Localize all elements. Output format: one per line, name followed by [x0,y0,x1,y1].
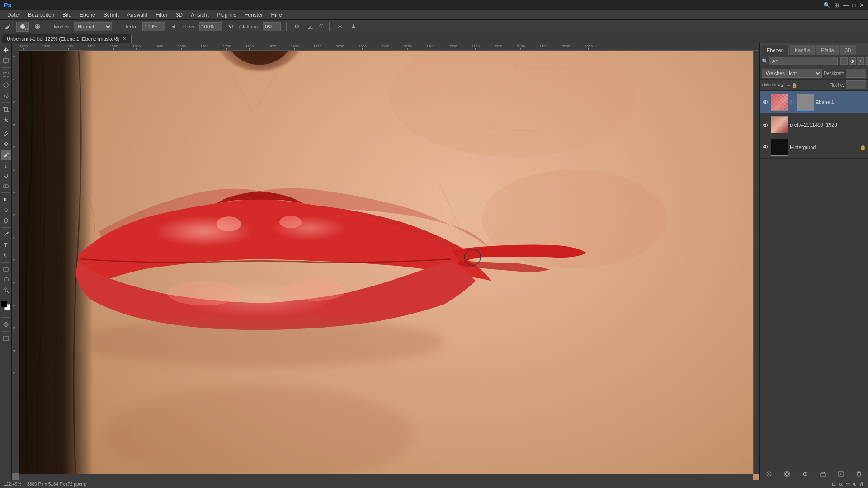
status-arrange-icon[interactable]: fx [839,481,843,487]
brush-size-preview[interactable]: 30 [16,22,29,32]
menu-fenster[interactable]: Fenster [241,11,267,19]
window-controls[interactable]: 🔍 ⊞ — □ ✕ [823,2,864,9]
screen-mode-btn[interactable] [1,333,11,343]
canvas-document[interactable] [19,51,760,480]
menu-datei[interactable]: Datei [4,11,24,19]
canvas-area[interactable]: 1300 1350 1400 1450 1500 1550 1600 1650 … [12,43,760,480]
smoothing-input[interactable] [263,22,281,31]
brush-tool[interactable] [1,150,11,160]
settings-icon[interactable]: ⚙ [292,22,302,32]
scroll-bottom[interactable] [19,474,753,480]
layer-visibility-ebene1[interactable] [762,99,769,106]
status-mask-icon[interactable]: ▭ [845,481,850,487]
filter-type-icon[interactable]: T [857,57,864,65]
move-tool[interactable] [1,45,11,55]
lasso-tool[interactable] [1,80,11,90]
eraser-tool[interactable] [1,181,11,191]
delete-layer-btn[interactable] [856,471,862,479]
lock-paint-icon[interactable]: 🖌 [781,83,785,88]
brush-hardness-toggle[interactable] [33,22,42,32]
scroll-right[interactable] [753,51,760,474]
filter-adjustment-icon[interactable]: ◑ [849,57,856,65]
flow-input[interactable] [199,22,222,31]
rectangle-shape-tool[interactable] [1,264,11,274]
artboard-tool[interactable] [1,56,11,66]
status-delete-icon[interactable]: 🗑 [859,481,864,487]
menu-ebene[interactable]: Ebene [76,11,99,19]
menu-filter[interactable]: Filter [152,11,171,19]
color-swatches[interactable] [1,301,11,315]
spot-heal-tool[interactable] [1,139,11,149]
blur-tool[interactable] [1,205,11,215]
pressure-icon[interactable] [349,22,359,32]
svg-point-24 [4,208,8,212]
clone-stamp-tool[interactable] [1,160,11,170]
blend-mode-dropdown[interactable]: Weiches Licht Normal Multiplizieren Abdu… [762,69,822,78]
opacity-input[interactable] [142,22,165,31]
window-search-icon[interactable]: 🔍 [823,2,830,9]
angle-icon[interactable] [306,22,316,32]
eyedropper-tool[interactable] [1,129,11,139]
add-mask-btn[interactable] [784,471,790,479]
filter-pixel-icon[interactable]: ▪ [840,57,848,65]
foreground-color-swatch[interactable] [1,301,7,307]
window-close-btn[interactable]: ✕ [859,2,864,9]
history-brush-tool[interactable] [1,170,11,180]
status-icon-1[interactable]: ⊞ [832,481,836,487]
dodge-tool[interactable] [1,216,11,225]
marquee-tool[interactable] [1,70,11,80]
workspace-icon[interactable]: ⊞ [834,2,839,9]
layer-fill-input[interactable]: 100% [846,80,866,89]
tab-3d[interactable]: 3D [840,45,856,55]
lock-transparent-icon[interactable]: ▪ [778,83,780,88]
menu-ansicht[interactable]: Ansicht [187,11,212,19]
new-fill-adjustment-btn[interactable] [802,471,808,479]
layer-item-hintergrund[interactable]: Hintergrund 🔒 [760,136,868,159]
brush-tool-icon[interactable] [3,22,13,32]
path-select-tool[interactable] [1,250,11,260]
layer-item-ebene1[interactable]: ⛓ Ebene 1 [760,91,868,113]
airbrush-toggle[interactable] [169,22,179,32]
menu-bearbeiten[interactable]: Bearbeiten [24,11,58,19]
crop-tool[interactable] [1,104,11,114]
document-tab[interactable]: Unbenannt-1 bei 122% (Ebene 1, Ebenenmas… [2,34,132,43]
new-layer-btn[interactable] [838,471,844,479]
slice-tool[interactable] [1,115,11,125]
symmetry-icon[interactable] [335,22,345,32]
gradient-tool[interactable] [1,195,11,205]
lock-all-icon[interactable]: 🔒 [792,83,797,88]
separator-3 [286,22,287,31]
menu-3d[interactable]: 3D [172,11,186,19]
layers-search-input[interactable] [769,57,838,65]
tab-kanaele[interactable]: Kanäle [790,45,815,55]
menu-plugins[interactable]: Plug-ins [213,11,240,19]
quick-mask-mode[interactable] [1,319,11,329]
layer-visibility-photo[interactable] [762,121,769,128]
menu-auswahl[interactable]: Auswahl [123,11,151,19]
zoom-level: 122,49% [4,482,21,487]
window-maximize-btn[interactable]: □ [852,2,856,9]
pen-tool[interactable] [1,230,11,239]
text-tool[interactable]: T [1,240,11,250]
menu-bild[interactable]: Bild [59,11,75,19]
quick-select-tool[interactable] [1,90,11,100]
window-minimize-btn[interactable]: — [843,2,849,9]
zoom-tool[interactable] [1,285,11,295]
mode-label: Modus: [54,24,70,29]
flow-airbrush-icon[interactable]: 🌬 [226,22,236,32]
layer-style-btn[interactable]: fx [766,471,772,479]
tab-pfade[interactable]: Pfade [816,45,839,55]
lock-move-icon[interactable]: ↔ [786,83,791,88]
layer-opacity-input[interactable]: 100% [846,69,866,78]
menu-schrift[interactable]: Schrift [100,11,123,19]
tab-ebenen[interactable]: Ebenen [762,45,789,55]
filter-shape-icon[interactable]: ▭ [865,57,868,65]
hand-tool[interactable] [1,275,11,285]
status-add-icon[interactable]: ⊕ [853,481,857,487]
layer-item-photo[interactable]: pretty-2111499_1920 [760,113,868,136]
menu-hilfe[interactable]: Hilfe [268,11,286,19]
layer-visibility-hintergrund[interactable] [762,144,769,151]
new-group-btn[interactable] [820,471,826,479]
tab-close-btn[interactable]: ✕ [123,36,127,42]
mode-dropdown[interactable]: Normal Auflösen Hintergrund Multiplizier… [74,22,112,31]
